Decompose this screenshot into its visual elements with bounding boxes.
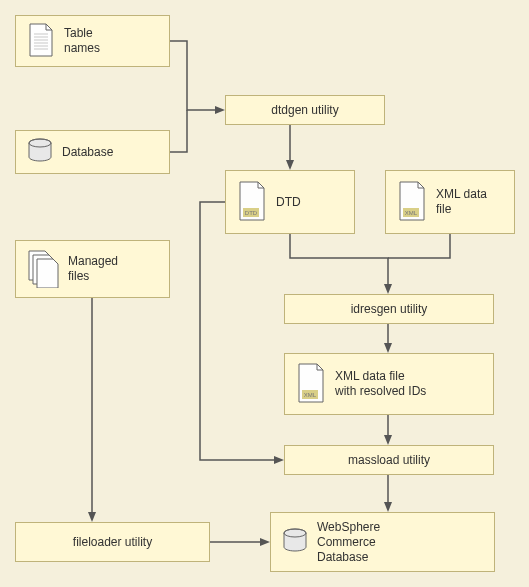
svg-marker-26 [384,502,392,512]
svg-marker-18 [286,160,294,170]
svg-marker-23 [384,435,392,445]
svg-marker-19 [384,284,392,294]
svg-marker-21 [384,343,392,353]
node-fileloader: fileloader utility [15,522,210,562]
node-dtd-label: DTD [276,195,301,210]
node-managed-files: Managedfiles [15,240,170,298]
node-dtdgen: dtdgen utility [225,95,385,125]
node-table-names: Tablenames [15,15,170,67]
svg-text:XML: XML [405,210,418,216]
database-icon [281,527,309,558]
node-xml-data: XML XML datafile [385,170,515,234]
node-xml-resolved-label: XML data filewith resolved IDs [335,369,426,399]
node-massload: massload utility [284,445,494,475]
svg-marker-30 [260,538,270,546]
xml-file-icon: XML [295,362,327,407]
svg-marker-28 [88,512,96,522]
xml-file-icon: XML [396,180,428,225]
node-dtdgen-label: dtdgen utility [271,103,338,118]
svg-text:DTD: DTD [245,210,258,216]
node-database: Database [15,130,170,174]
node-dtd: DTD DTD [225,170,355,234]
node-wsc-db-label: WebSphereCommerceDatabase [317,520,380,565]
files-icon [26,248,60,291]
node-database-label: Database [62,145,113,160]
node-wsc-db: WebSphereCommerceDatabase [270,512,495,572]
database-icon [26,137,54,168]
node-managed-files-label: Managedfiles [68,254,118,284]
svg-marker-16 [215,106,225,114]
svg-marker-24 [274,456,284,464]
node-xml-resolved: XML XML data filewith resolved IDs [284,353,494,415]
node-fileloader-label: fileloader utility [73,535,152,550]
node-idresgen: idresgen utility [284,294,494,324]
node-massload-label: massload utility [348,453,430,468]
dtd-file-icon: DTD [236,180,268,225]
node-table-names-label: Tablenames [64,26,100,56]
node-xml-data-label: XML datafile [436,187,487,217]
node-idresgen-label: idresgen utility [351,302,428,317]
diagram-canvas: Tablenames Database Managedfiles dtdgen … [0,0,529,587]
svg-text:XML: XML [304,392,317,398]
text-file-icon [26,22,56,61]
